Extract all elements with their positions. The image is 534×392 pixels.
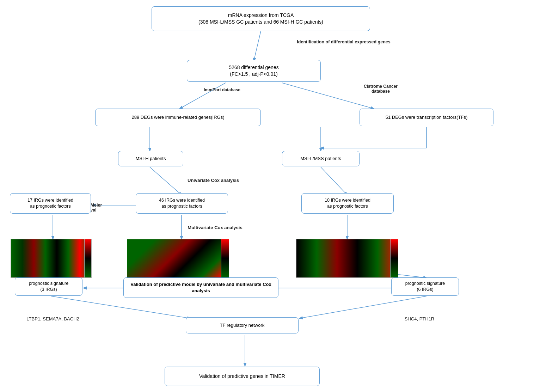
- box-tf-network: TF regulatory network: [186, 317, 299, 333]
- svg-line-6: [321, 167, 347, 195]
- svg-line-1: [180, 83, 226, 109]
- label-univariate: Univariate Cox analysis: [173, 178, 254, 183]
- irgs-text: 289 DEGs were immune-related genes(IRGs): [132, 114, 225, 121]
- timer-validation-text: Validation of predictive genes in TIMER: [199, 373, 285, 380]
- box-msi-l: MSI-L/MSS patients: [282, 151, 360, 166]
- validation-model-text: Validation of predictive model by univar…: [127, 281, 275, 294]
- top-text: mRNA expression from TCGA (308 MSI-L/MSS…: [198, 12, 323, 25]
- prog-sig-3-text: prognostic signature (3 IRGs): [29, 281, 69, 293]
- label-ltbp: LTBP1, SEMA7A, BACH2: [11, 316, 95, 321]
- diagram: mRNA expression from TCGA (308 MSI-L/MSS…: [0, 0, 534, 392]
- box-top: mRNA expression from TCGA (308 MSI-L/MSS…: [152, 6, 370, 31]
- box-validation-model: Validation of predictive model by univar…: [123, 277, 278, 298]
- box-irgs-46: 46 IRGs were identified as prognostic fa…: [136, 193, 228, 214]
- label-immport: ImmPort database: [199, 87, 245, 92]
- msi-h-text: MSI-H patients: [136, 155, 166, 162]
- tf-network-text: TF regulatory network: [220, 322, 264, 329]
- box-tfs: 51 DEGs were transcription factors(TFs): [360, 109, 493, 126]
- heatmap-left: [11, 239, 92, 278]
- irgs-10-text: 10 IRGs were identified as prognostic fa…: [325, 197, 370, 209]
- box-timer-validation: Validation of predictive genes in TIMER: [165, 367, 320, 386]
- msi-l-text: MSI-L/MSS patients: [300, 155, 341, 162]
- label-multivariate: Multivariate Cox analysis: [173, 225, 257, 230]
- svg-line-0: [254, 31, 261, 61]
- tfs-text: 51 DEGs were transcription factors(TFs): [386, 114, 468, 121]
- svg-line-17: [300, 296, 426, 318]
- box-prog-sig-6: prognostic signature (6 IRGs): [391, 277, 459, 296]
- diff-genes-text: 5268 differential genes (FC>1.5 , adj-P<…: [229, 64, 278, 78]
- irgs-46-text: 46 IRGs were identified as prognostic fa…: [159, 197, 205, 209]
- box-irgs-10: 10 IRGs were identified as prognostic fa…: [301, 193, 394, 214]
- box-irgs: 289 DEGs were immune-related genes(IRGs): [95, 109, 261, 126]
- label-shc4: SHC4, PTH1R: [384, 316, 455, 321]
- irgs-17-text: 17 IRGs were identified as prognostic fa…: [27, 197, 73, 209]
- svg-line-16: [51, 296, 190, 318]
- heatmap-center: [127, 239, 229, 278]
- prog-sig-6-text: prognostic signature (6 IRGs): [405, 281, 445, 293]
- box-irgs-17: 17 IRGs were identified as prognostic fa…: [10, 193, 91, 214]
- box-prog-sig-3: prognostic signature (3 IRGs): [15, 277, 82, 296]
- box-diff-genes: 5268 differential genes (FC>1.5 , adj-P<…: [187, 60, 321, 82]
- box-msi-h: MSI-H patients: [118, 151, 183, 166]
- label-identification: Identification of differential expressed…: [282, 39, 405, 44]
- label-cistrome: Cistrome Cancer database: [352, 84, 409, 94]
- heatmap-right: [296, 239, 398, 278]
